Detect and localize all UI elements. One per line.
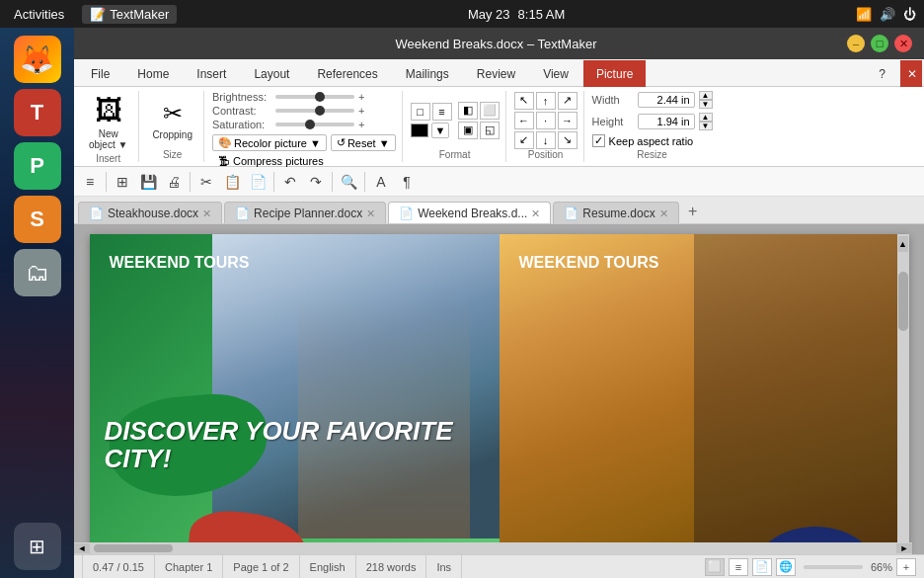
toolbar-find-btn[interactable]: 🔍 <box>337 170 360 194</box>
maximize-button[interactable]: □ <box>871 35 888 52</box>
pos-btn-4[interactable]: ← <box>514 112 534 129</box>
view-normal-btn[interactable]: ⬜ <box>705 558 725 576</box>
pos-btn-1[interactable]: ↖ <box>514 92 534 110</box>
cropping-button[interactable]: ✂ Cropping <box>147 97 197 143</box>
toolbar-undo-btn[interactable]: ↶ <box>278 170 302 194</box>
width-label: Width <box>592 94 634 106</box>
height-down-button[interactable]: ▼ <box>699 122 713 130</box>
tab-references[interactable]: References <box>304 60 390 87</box>
toolbar-cut-btn[interactable]: ✂ <box>194 170 218 194</box>
zoom-slider[interactable] <box>804 565 863 569</box>
venice-label: VENICE <box>208 552 274 554</box>
tab-layout[interactable]: Layout <box>241 60 302 87</box>
tab-steakhouse-label: Steakhouse.docx <box>108 206 198 220</box>
scroll-left-btn[interactable]: ◄ <box>74 543 90 553</box>
height-up-button[interactable]: ▲ <box>699 113 713 122</box>
scroll-up-btn[interactable]: ▲ <box>898 236 908 252</box>
pos-btn-3[interactable]: ↗ <box>558 92 578 110</box>
color-swatch[interactable] <box>411 124 428 137</box>
pos-btn-8[interactable]: ↓ <box>536 131 556 149</box>
scroll-right-btn[interactable]: ► <box>896 543 912 553</box>
keep-aspect-checkbox[interactable]: ✓ <box>592 134 605 147</box>
toolbar-save-btn[interactable]: 💾 <box>136 170 160 194</box>
scroll-thumb[interactable] <box>898 272 908 331</box>
view-web-btn[interactable]: 🌐 <box>776 558 796 576</box>
dock-icon-textmaker[interactable]: T <box>14 89 61 136</box>
scrollbar-horizontal[interactable]: ◄ ► <box>74 542 912 554</box>
activities-button[interactable]: Activities <box>8 5 70 24</box>
toolbar-style-btn[interactable]: A <box>369 170 393 194</box>
toolbar-para-btn[interactable]: ¶ <box>395 170 419 194</box>
keep-aspect-row[interactable]: ✓ Keep aspect ratio <box>592 134 694 147</box>
toolbar-copy-btn[interactable]: 📋 <box>220 170 244 194</box>
frame-btn[interactable]: ▣ <box>458 122 478 139</box>
width-input[interactable] <box>638 92 695 108</box>
scrollbar-vertical[interactable]: ▲ ▼ <box>897 234 909 554</box>
toolbar-paste-btn[interactable]: 📄 <box>246 170 270 194</box>
help-button[interactable]: ? <box>866 60 898 87</box>
view-outline-btn[interactable]: ≡ <box>729 558 748 576</box>
close-button[interactable]: ✕ <box>894 35 912 52</box>
width-up-button[interactable]: ▲ <box>699 91 713 100</box>
tab-mailings[interactable]: Mailings <box>393 60 462 87</box>
tab-weekend[interactable]: 📄 Weekend Breaks.d... ✕ <box>388 202 551 223</box>
view-draft-btn[interactable]: 📄 <box>752 558 772 576</box>
power-icon[interactable]: ⏻ <box>903 7 916 22</box>
toolbar-print-btn[interactable]: 🖨 <box>162 170 186 194</box>
dock-icon-firefox[interactable]: 🦊 <box>14 36 61 83</box>
pos-btn-5[interactable]: · <box>536 112 556 129</box>
minimize-button[interactable]: – <box>847 35 865 52</box>
sound-icon[interactable]: 🔊 <box>880 7 895 22</box>
distort-btn[interactable]: ◱ <box>480 122 500 139</box>
tab-view[interactable]: View <box>530 60 581 87</box>
apps-grid-icon: ⊞ <box>29 535 45 558</box>
recolor-button[interactable]: 🎨 Recolor picture ▼ <box>212 134 327 151</box>
tab-picture[interactable]: Picture <box>583 60 646 87</box>
border-weight-btn[interactable]: ≡ <box>432 103 452 121</box>
taskbar-app[interactable]: 📝 TextMaker <box>82 5 177 24</box>
contrast-slider[interactable] <box>275 109 354 113</box>
width-down-button[interactable]: ▼ <box>699 100 713 109</box>
tab-recipe[interactable]: 📄 Recipe Planner.docx ✕ <box>224 202 386 223</box>
brightness-slider[interactable] <box>275 95 354 99</box>
document-area[interactable]: WEEKEND TOURS DISCOVER YOUR FAVORITE CIT… <box>74 224 924 554</box>
dock-icon-files[interactable]: 🗂 <box>14 249 61 296</box>
scroll-hthumb[interactable] <box>94 544 173 552</box>
dock-icon-planmaker[interactable]: P <box>14 142 61 190</box>
toolbar-redo-btn[interactable]: ↷ <box>304 170 328 194</box>
tab-resume-close[interactable]: ✕ <box>659 207 668 220</box>
tab-review[interactable]: Review <box>464 60 528 87</box>
tab-insert[interactable]: Insert <box>184 60 239 87</box>
group-resize-content: Width ▲ ▼ Height ▲ ▼ <box>592 91 713 149</box>
tab-steakhouse-close[interactable]: ✕ <box>202 207 211 220</box>
show-apps-button[interactable]: ⊞ <box>14 523 61 570</box>
new-object-button[interactable]: 🖼 Newobject ▼ <box>84 91 132 153</box>
pos-btn-9[interactable]: ↘ <box>558 131 578 149</box>
dock: 🦊 T P S 🗂 ⊞ <box>0 28 74 578</box>
pos-btn-2[interactable]: ↑ <box>536 92 556 110</box>
tab-recipe-close[interactable]: ✕ <box>366 207 375 220</box>
shadow-btn[interactable]: ◧ <box>458 102 478 120</box>
close-ribbon-button[interactable]: ✕ <box>900 60 922 87</box>
new-tab-button[interactable]: + <box>681 200 705 223</box>
border-style-btn[interactable]: □ <box>411 103 430 121</box>
saturation-row: Saturation: + <box>212 119 364 130</box>
toolbar-open-btn[interactable]: ⊞ <box>111 170 134 194</box>
network-icon[interactable]: 📶 <box>856 7 872 22</box>
reflect-btn[interactable]: ⬜ <box>480 102 500 120</box>
saturation-slider[interactable] <box>275 123 354 126</box>
shadow-row: ◧ ⬜ <box>458 102 500 120</box>
reset-button[interactable]: ↺ Reset ▼ <box>331 134 396 151</box>
pos-btn-7[interactable]: ↙ <box>514 131 534 149</box>
pos-btn-6[interactable]: → <box>558 112 578 129</box>
tab-weekend-close[interactable]: ✕ <box>531 207 540 220</box>
height-input[interactable] <box>638 114 695 129</box>
tab-file[interactable]: File <box>78 60 122 87</box>
zoom-in-btn[interactable]: + <box>896 558 916 576</box>
tab-resume[interactable]: 📄 Resume.docx ✕ <box>553 202 678 223</box>
color-dropdown[interactable]: ▼ <box>431 123 450 138</box>
toolbar-menu-btn[interactable]: ≡ <box>78 170 102 194</box>
tab-home[interactable]: Home <box>124 60 182 87</box>
dock-icon-slidemaker[interactable]: S <box>14 196 61 243</box>
tab-steakhouse[interactable]: 📄 Steakhouse.docx ✕ <box>78 202 222 223</box>
